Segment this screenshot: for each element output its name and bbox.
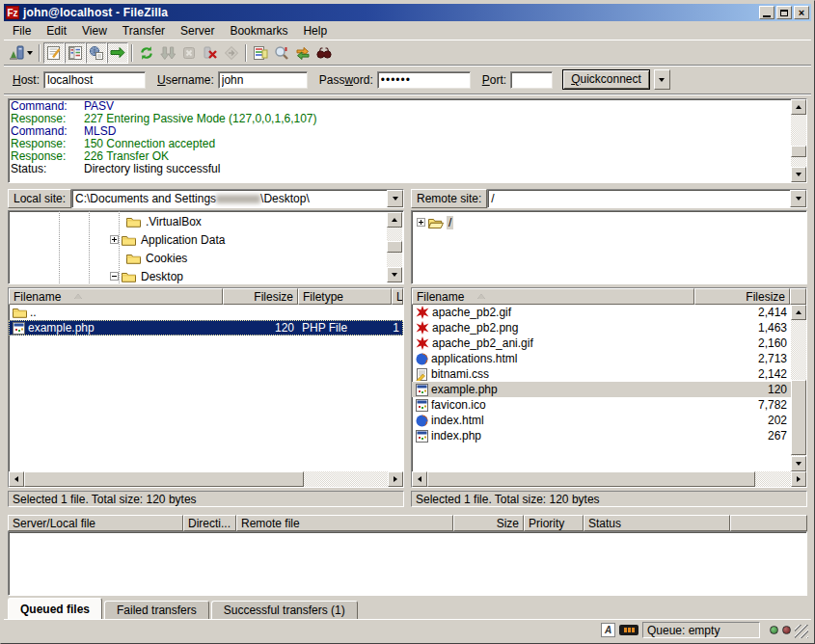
scroll-left-button[interactable] <box>9 471 24 487</box>
tree-expander-plus[interactable] <box>110 235 119 244</box>
column-header-filesize[interactable]: Filesize <box>223 288 298 305</box>
tree-expander-plus[interactable] <box>417 218 425 227</box>
menu-edit[interactable]: Edit <box>39 22 74 40</box>
scroll-down-button[interactable] <box>791 167 806 182</box>
process-queue-button[interactable] <box>157 42 178 64</box>
queue-list-body[interactable] <box>8 531 807 596</box>
message-log[interactable]: Command:PASV Response:227 Entering Passi… <box>8 98 807 183</box>
menu-server[interactable]: Server <box>173 22 222 40</box>
file-row[interactable]: index.html 202 <box>412 413 791 428</box>
scroll-right-button[interactable] <box>791 471 806 487</box>
local-horizontal-scrollbar[interactable] <box>9 471 403 487</box>
file-row[interactable]: apache_pb2.png 1,463 <box>412 320 791 335</box>
scrollbar-thumb[interactable] <box>24 471 304 487</box>
local-directory-tree[interactable]: .VirtualBox Application Data Cookies <box>8 210 404 284</box>
site-manager-button[interactable] <box>5 42 36 64</box>
scroll-up-button[interactable] <box>387 212 402 228</box>
column-header-size[interactable]: Size <box>453 515 524 531</box>
tree-item-root[interactable]: / <box>414 213 804 231</box>
scroll-left-button[interactable] <box>412 471 427 487</box>
log-vertical-scrollbar[interactable] <box>791 99 806 182</box>
minimize-button[interactable] <box>759 6 774 19</box>
menu-transfer[interactable]: Transfer <box>115 22 173 40</box>
file-row-parent-dir[interactable]: .. <box>9 305 403 320</box>
scroll-right-button[interactable] <box>388 471 403 487</box>
remote-site-path[interactable]: / <box>488 190 790 207</box>
local-site-path[interactable]: C:\Documents and Settings\Desktop\ <box>72 190 387 207</box>
tree-item-cookies[interactable]: Cookies <box>10 249 386 267</box>
tab-failed-transfers[interactable]: Failed transfers <box>104 601 209 619</box>
close-button[interactable]: × <box>794 6 809 19</box>
scrollbar-thumb[interactable] <box>387 241 402 253</box>
column-header-filename[interactable]: Filename <box>9 288 223 305</box>
tree-item-desktop[interactable]: Desktop <box>10 267 386 284</box>
synchronized-browsing-button[interactable] <box>292 42 313 64</box>
column-header-server-local-file[interactable]: Server/Local file <box>8 515 183 531</box>
host-input[interactable] <box>43 71 146 89</box>
file-row[interactable]: index.php 267 <box>412 428 791 443</box>
column-header-filesize[interactable]: Filesize <box>694 288 790 305</box>
tree-item-application-data[interactable]: Application Data <box>10 230 386 249</box>
refresh-button[interactable] <box>136 42 157 64</box>
maximize-button[interactable] <box>776 6 792 19</box>
port-input[interactable] <box>510 71 553 89</box>
tree-item-virtualbox[interactable]: .VirtualBox <box>10 212 386 230</box>
remote-list-body[interactable]: apache_pb2.gif 2,414 apache_pb2.png 1,46… <box>412 305 806 471</box>
toggle-local-tree-button[interactable] <box>65 42 86 64</box>
column-header-filetype[interactable]: Filetype <box>298 288 392 305</box>
local-site-dropdown-button[interactable] <box>387 190 403 207</box>
disconnect-button[interactable] <box>200 42 221 64</box>
scrollbar-thumb[interactable] <box>791 146 806 157</box>
column-header-lastmodified[interactable]: L <box>392 288 403 305</box>
title-bar[interactable]: Fz john@localhost - FileZilla × <box>4 4 811 21</box>
tab-queued-files[interactable]: Queued files <box>8 598 102 619</box>
scroll-down-button[interactable] <box>791 456 806 471</box>
toggle-remote-tree-button[interactable] <box>86 42 107 64</box>
datatype-ascii-icon[interactable]: A <box>601 623 615 637</box>
menu-help[interactable]: Help <box>295 22 335 40</box>
column-header-priority[interactable]: Priority <box>524 515 584 531</box>
local-tree-scrollbar[interactable] <box>387 212 402 282</box>
speed-limit-icon[interactable] <box>619 625 638 635</box>
remote-vertical-scrollbar[interactable] <box>791 305 806 471</box>
column-header-filename[interactable]: Filename <box>412 288 694 305</box>
window-resize-grip[interactable] <box>795 625 808 638</box>
file-row[interactable]: apache_pb2.gif 2,414 <box>412 305 791 320</box>
file-row[interactable]: bitnami.css 2,142 <box>412 366 791 382</box>
file-row[interactable]: applications.html 2,713 <box>412 351 791 366</box>
scrollbar-thumb[interactable] <box>791 380 806 455</box>
remote-site-combo[interactable]: / <box>487 189 807 208</box>
remote-horizontal-scrollbar[interactable] <box>412 471 806 487</box>
scroll-up-button[interactable] <box>791 305 806 320</box>
local-list-body[interactable]: .. example.php 120 PHP File 1 <box>9 305 403 471</box>
toggle-message-log-button[interactable] <box>43 42 65 64</box>
scroll-up-button[interactable] <box>791 99 806 115</box>
password-input[interactable] <box>377 71 471 89</box>
reconnect-button[interactable] <box>221 42 242 64</box>
scrollbar-thumb[interactable] <box>427 471 755 487</box>
menu-bookmarks[interactable]: Bookmarks <box>222 22 295 40</box>
column-header-remote-file[interactable]: Remote file <box>236 515 453 531</box>
file-row[interactable]: favicon.ico 7,782 <box>412 397 791 413</box>
toggle-transfer-queue-button[interactable] <box>107 42 128 64</box>
file-row[interactable]: apache_pb2_ani.gif 2,160 <box>412 335 791 351</box>
remote-directory-tree[interactable]: / <box>411 210 807 284</box>
local-site-combo[interactable]: C:\Documents and Settings\Desktop\ <box>71 189 404 208</box>
tab-successful-transfers[interactable]: Successful transfers (1) <box>211 601 358 619</box>
menu-view[interactable]: View <box>74 22 115 40</box>
menu-file[interactable]: File <box>5 22 39 40</box>
file-row-example-php[interactable]: example.php 120 PHP File 1 <box>9 320 403 335</box>
filezilla-app-icon[interactable]: Fz <box>6 6 19 19</box>
column-header-status[interactable]: Status <box>584 515 730 531</box>
directory-comparison-button[interactable] <box>271 42 292 64</box>
scroll-down-button[interactable] <box>387 267 402 282</box>
find-files-button[interactable] <box>313 42 335 64</box>
remote-site-dropdown-button[interactable] <box>790 190 806 207</box>
directory-listing-filters-button[interactable] <box>250 42 271 64</box>
quickconnect-button[interactable]: Quickconnect <box>562 69 650 90</box>
column-header-direction[interactable]: Directi... <box>183 515 236 531</box>
file-row-selected[interactable]: example.php 120 <box>412 382 791 397</box>
quickconnect-dropdown-button[interactable] <box>654 69 670 90</box>
tree-expander-minus[interactable] <box>110 272 119 281</box>
cancel-operation-button[interactable] <box>178 42 200 64</box>
